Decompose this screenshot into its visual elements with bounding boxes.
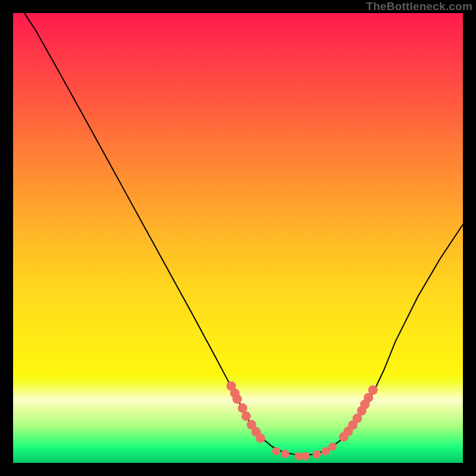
data-marker-bottom: [281, 450, 289, 458]
data-marker-left: [256, 433, 265, 443]
data-marker-left: [238, 403, 248, 413]
bottleneck-curve: [24, 13, 463, 455]
data-marker-bottom: [301, 452, 309, 461]
data-marker-bottom: [272, 447, 280, 455]
watermark-text: TheBottleneck.com: [366, 0, 472, 13]
data-marker-right: [368, 386, 378, 395]
data-marker-bottom: [328, 443, 337, 451]
viewport: TheBottleneck.com: [0, 0, 476, 476]
chart-plot-area: [13, 13, 463, 463]
data-marker-bottom: [312, 450, 321, 459]
data-marker-left: [232, 394, 242, 404]
chart-svg: [13, 13, 463, 463]
data-marker-left: [242, 411, 251, 421]
